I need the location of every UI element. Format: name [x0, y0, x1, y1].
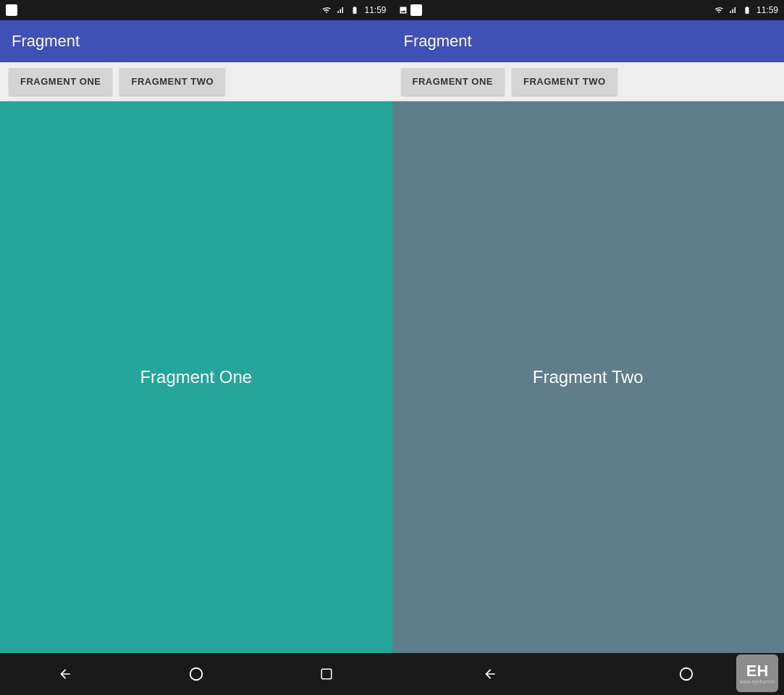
app-title-1: Fragment — [12, 32, 80, 51]
battery-icon-1 — [348, 6, 361, 14]
status-bar-right-1: 11:59 — [321, 5, 386, 15]
eh-logo-text: EH — [746, 663, 769, 679]
fragment-label-2: Fragment Two — [533, 367, 644, 387]
home-button-1[interactable] — [174, 660, 218, 688]
home-icon-1 — [188, 666, 204, 682]
tab-fragment-one-2[interactable]: FRAGMENT ONE — [401, 68, 505, 96]
fragment-content-2: Fragment Two — [392, 101, 785, 653]
nav-bar-1 — [0, 653, 392, 695]
status-bar-left-1 — [6, 4, 17, 16]
image-notif-icon — [398, 6, 408, 14]
time-1: 11:59 — [364, 5, 386, 15]
svg-point-2 — [680, 668, 692, 681]
fragment-content-1: Fragment One — [0, 101, 392, 653]
back-icon-2 — [483, 667, 497, 681]
back-button-2[interactable] — [468, 660, 512, 688]
status-bar-1: 11:59 — [0, 0, 392, 20]
android-icon-1 — [6, 4, 17, 16]
tab-fragment-one-1[interactable]: FRAGMENT ONE — [9, 68, 112, 96]
wifi-icon-2 — [713, 6, 725, 14]
recent-icon-1 — [320, 667, 333, 681]
wifi-icon-1 — [321, 6, 332, 14]
tab-fragment-two-1[interactable]: FRAGMENT TWO — [119, 68, 225, 96]
recent-button-1[interactable] — [305, 660, 348, 688]
app-title-2: Fragment — [404, 32, 472, 51]
svg-rect-1 — [322, 669, 332, 679]
tab-fragment-two-2[interactable]: FRAGMENT TWO — [512, 68, 617, 96]
notif-icons-2 — [398, 4, 422, 16]
signal-icon-1 — [335, 6, 345, 14]
tab-bar-1: FRAGMENT ONE FRAGMENT TWO — [0, 62, 392, 101]
svg-point-0 — [190, 668, 203, 681]
status-bar-2: 11:59 — [392, 0, 785, 20]
signal-icon-2 — [728, 6, 738, 14]
time-2: 11:59 — [756, 5, 778, 15]
tab-bar-2: FRAGMENT ONE FRAGMENT TWO — [392, 62, 785, 101]
app-bar-2: Fragment — [392, 20, 785, 62]
home-button-2[interactable] — [665, 660, 708, 688]
home-icon-2 — [678, 666, 694, 682]
eh-logo-sub: www.eyehunt.in — [739, 679, 775, 684]
app-bar-1: Fragment — [0, 20, 392, 62]
nav-bar-2: EH www.eyehunt.in — [392, 653, 785, 695]
phone-1: 11:59 Fragment FRAGMENT ONE FRAGMENT TWO… — [0, 0, 392, 695]
status-bar-left-2 — [398, 4, 422, 16]
android-icon-2 — [410, 4, 422, 16]
status-bar-right-2: 11:59 — [713, 5, 778, 15]
back-icon-1 — [58, 667, 72, 681]
eh-logo: EH www.eyehunt.in — [736, 654, 778, 692]
battery-icon-2 — [741, 6, 754, 14]
phone-2: 11:59 Fragment FRAGMENT ONE FRAGMENT TWO… — [392, 0, 785, 695]
back-button-1[interactable] — [43, 660, 87, 688]
fragment-label-1: Fragment One — [140, 367, 252, 387]
